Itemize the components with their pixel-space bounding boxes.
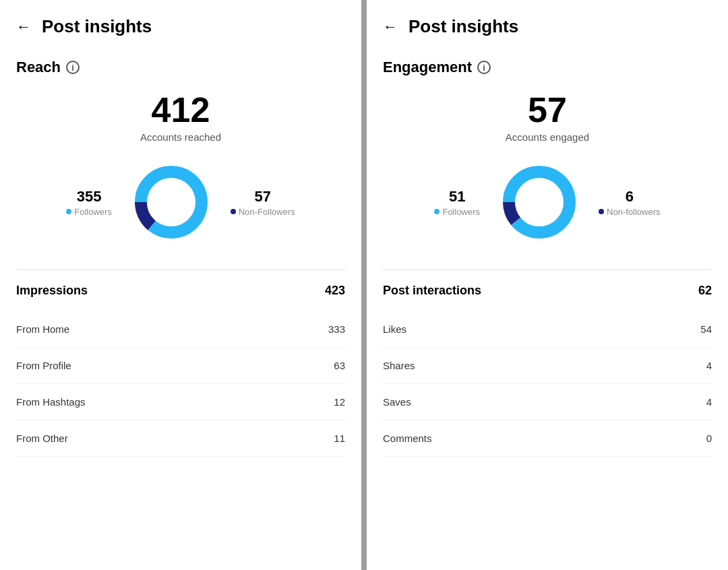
eng-followers-legend: 51 Followers <box>434 188 480 217</box>
accounts-reached-label: Accounts reached <box>16 131 345 143</box>
non-followers-count: 57 <box>231 188 295 205</box>
non-followers-legend: 57 Non-Followers <box>231 188 295 217</box>
eng-non-followers-dot <box>599 209 604 214</box>
table-row: From Profile 63 <box>16 348 345 384</box>
followers-legend: 355 Followers <box>66 188 112 217</box>
table-row: Shares 4 <box>383 348 712 384</box>
followers-dot <box>66 209 71 214</box>
eng-followers-count: 51 <box>434 188 480 205</box>
eng-non-followers-legend: 6 Non-followers <box>599 188 660 217</box>
left-panel: ← Post insights Reach i 412 Accounts rea… <box>0 0 361 570</box>
interactions-label: Post interactions <box>383 284 481 298</box>
right-header: ← Post insights <box>383 13 712 37</box>
eng-non-followers-count: 6 <box>599 188 660 205</box>
impressions-section: Impressions 423 From Home 333 From Profi… <box>16 270 345 457</box>
table-row: Comments 0 <box>383 420 712 457</box>
table-row: From Home 333 <box>16 311 345 348</box>
reach-section-title: Reach i <box>16 59 345 76</box>
right-page-title: Post insights <box>408 16 518 37</box>
svg-point-2 <box>509 172 570 232</box>
engagement-section-title: Engagement i <box>383 59 712 76</box>
left-back-button[interactable]: ← <box>16 18 31 36</box>
right-panel: ← Post insights Engagement i 57 Accounts… <box>367 0 728 570</box>
accounts-engaged-number: 57 <box>383 92 712 127</box>
panel-divider <box>361 0 367 570</box>
left-page-title: Post insights <box>42 16 152 37</box>
eng-non-followers-label: Non-followers <box>599 207 660 217</box>
impressions-rows: From Home 333 From Profile 63 From Hasht… <box>16 311 345 457</box>
eng-followers-label: Followers <box>434 207 480 217</box>
table-row: Likes 54 <box>383 311 712 348</box>
table-row: From Other 11 <box>16 420 345 457</box>
interactions-header: Post interactions 62 <box>383 284 712 298</box>
followers-count: 355 <box>66 188 112 205</box>
impressions-header: Impressions 423 <box>16 284 345 298</box>
eng-followers-dot <box>434 209 439 214</box>
interactions-section: Post interactions 62 Likes 54 Shares 4 S… <box>383 270 712 457</box>
engagement-donut-section: 51 Followers 6 Non-followers <box>383 162 712 243</box>
engagement-info-icon[interactable]: i <box>477 61 491 74</box>
table-row: Saves 4 <box>383 384 712 420</box>
impressions-total: 423 <box>325 284 345 298</box>
reach-donut-section: 355 Followers 57 Non-Followers <box>16 162 345 243</box>
accounts-reached-number: 412 <box>16 92 345 127</box>
table-row: From Hashtags 12 <box>16 384 345 420</box>
impressions-label: Impressions <box>16 284 88 298</box>
non-followers-label: Non-Followers <box>231 207 295 217</box>
reach-info-icon[interactable]: i <box>66 61 80 74</box>
accounts-engaged-label: Accounts engaged <box>383 131 712 143</box>
left-header: ← Post insights <box>16 13 345 37</box>
interactions-total: 62 <box>698 284 712 298</box>
reach-donut-chart <box>131 162 212 243</box>
followers-label: Followers <box>66 207 112 217</box>
interactions-rows: Likes 54 Shares 4 Saves 4 Comments 0 <box>383 311 712 457</box>
engagement-donut-chart <box>499 162 580 243</box>
right-back-button[interactable]: ← <box>383 18 398 36</box>
non-followers-dot <box>231 209 236 214</box>
